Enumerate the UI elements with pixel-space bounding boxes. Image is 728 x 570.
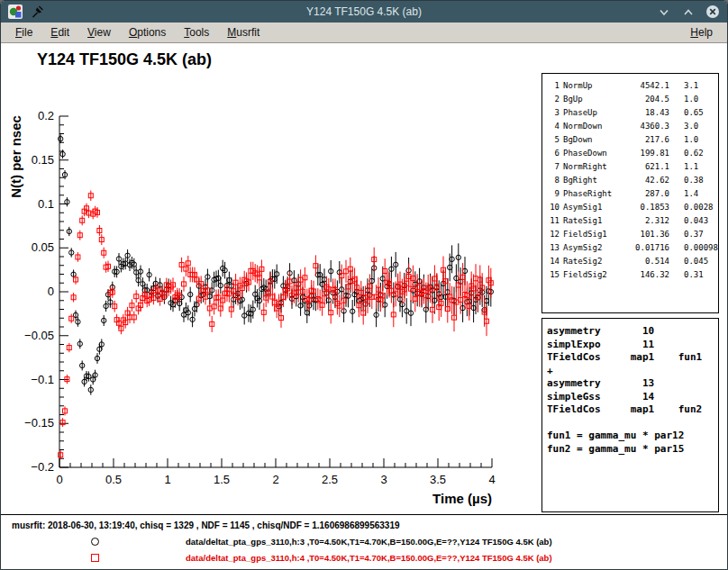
parameter-table: 1NormUp4542.13.12BgUp204.51.03PhaseUp18.… bbox=[541, 73, 719, 313]
svg-text:2.5: 2.5 bbox=[322, 473, 338, 486]
y-axis-title: N(t) per nsec bbox=[8, 115, 23, 198]
plot-title: Y124 TF150G 4.5K (ab) bbox=[37, 50, 212, 69]
param-no: 5 bbox=[547, 133, 560, 147]
param-value: 101.36 bbox=[623, 228, 669, 241]
param-error: 3.0 bbox=[673, 120, 714, 133]
menu-view[interactable]: View bbox=[78, 23, 120, 41]
menu-help[interactable]: Help bbox=[681, 23, 722, 41]
param-value: 146.32 bbox=[623, 268, 669, 282]
menu-options[interactable]: Options bbox=[120, 23, 175, 41]
param-row: 12FieldSig1101.360.37 bbox=[547, 228, 714, 241]
plot-canvas[interactable]: 00.511.522.533.54−0.2−0.15−0.1−0.0500.05… bbox=[1, 71, 519, 514]
minimize-button[interactable] bbox=[656, 4, 672, 20]
titlebar[interactable]: Y124 TF150G 4.5K (ab) bbox=[1, 1, 727, 23]
legend-row: data/deltat_pta_gps_3110,h:4 ,T0=4.50K,T… bbox=[1, 551, 728, 565]
svg-text:1.5: 1.5 bbox=[214, 473, 230, 486]
param-error: 0.38 bbox=[673, 174, 714, 187]
param-value: 287.0 bbox=[623, 187, 669, 201]
menu-file[interactable]: File bbox=[6, 23, 41, 41]
svg-text:0.2: 0.2 bbox=[38, 109, 54, 122]
theory-text: asymmetry 10 simplExpo 11 TFieldCos map1… bbox=[547, 325, 714, 456]
window-controls bbox=[656, 4, 721, 20]
param-row: 3PhaseUp18.430.65 bbox=[547, 106, 714, 120]
param-value: 621.1 bbox=[623, 160, 669, 174]
param-name: NormUp bbox=[563, 79, 619, 93]
param-error: 0.043 bbox=[673, 214, 714, 228]
x-axis-title: Time (µs) bbox=[432, 491, 492, 506]
param-name: BgDown bbox=[563, 133, 619, 147]
param-name: BgRight bbox=[563, 174, 619, 187]
param-value: 2.312 bbox=[623, 214, 669, 228]
param-no: 15 bbox=[547, 268, 560, 282]
svg-text:−0.05: −0.05 bbox=[24, 329, 54, 342]
legend-marker-circle-icon bbox=[91, 538, 99, 546]
pin-icon[interactable] bbox=[29, 5, 44, 20]
svg-text:0: 0 bbox=[48, 285, 54, 298]
svg-text:1: 1 bbox=[164, 473, 170, 486]
param-name: AsymSig2 bbox=[563, 241, 619, 255]
param-value: 4360.3 bbox=[623, 120, 669, 133]
param-no: 11 bbox=[547, 214, 560, 228]
svg-text:3: 3 bbox=[380, 473, 387, 486]
param-error: 0.0028 bbox=[673, 201, 714, 214]
param-no: 14 bbox=[547, 255, 560, 268]
param-error: 1.1 bbox=[673, 160, 714, 174]
svg-text:2: 2 bbox=[272, 473, 278, 486]
svg-text:0: 0 bbox=[56, 473, 62, 486]
param-name: RateSig2 bbox=[563, 255, 619, 268]
param-row: 10AsymSig10.18530.0028 bbox=[547, 201, 714, 214]
theory-block: asymmetry 10 simplExpo 11 TFieldCos map1… bbox=[541, 318, 719, 512]
series-circle-points bbox=[59, 134, 494, 394]
app-icon[interactable] bbox=[7, 5, 23, 20]
param-no: 9 bbox=[547, 187, 560, 201]
param-error: 1.0 bbox=[673, 133, 714, 147]
menu-musrfit[interactable]: Musrfit bbox=[218, 23, 268, 41]
menu-tools[interactable]: Tools bbox=[175, 23, 218, 41]
param-value: 199.81 bbox=[623, 147, 669, 160]
close-button[interactable] bbox=[705, 4, 721, 20]
param-value: 0.01716 bbox=[623, 241, 669, 255]
svg-text:−0.15: −0.15 bbox=[24, 416, 54, 430]
param-error: 3.1 bbox=[673, 79, 714, 93]
fit-info: musrfit: 2018-06-30, 13:19:40, chisq = 1… bbox=[12, 520, 400, 530]
param-name: PhaseRight bbox=[563, 187, 619, 201]
svg-text:4: 4 bbox=[488, 473, 495, 486]
param-row: 5BgDown217.61.0 bbox=[547, 133, 714, 147]
param-row: 13AsymSig20.017160.00098 bbox=[547, 241, 714, 255]
param-no: 1 bbox=[547, 79, 560, 93]
param-error: 0.00098 bbox=[673, 241, 718, 255]
param-name: PhaseUp bbox=[563, 106, 619, 120]
param-row: 11RateSig12.3120.043 bbox=[547, 214, 714, 228]
param-name: NormRight bbox=[563, 160, 619, 174]
menu-edit[interactable]: Edit bbox=[41, 23, 78, 41]
legend-label: data/deltat_pta_gps_3110,h:3 ,T0=4.50K,T… bbox=[186, 537, 552, 547]
param-error: 1.0 bbox=[673, 93, 714, 106]
svg-text:0.5: 0.5 bbox=[105, 473, 122, 486]
legend-row: data/deltat_pta_gps_3110,h:3 ,T0=4.50K,T… bbox=[1, 535, 728, 549]
param-value: 4542.1 bbox=[623, 79, 669, 93]
param-name: BgUp bbox=[563, 93, 619, 106]
param-no: 3 bbox=[547, 106, 560, 120]
svg-text:0.05: 0.05 bbox=[32, 240, 54, 254]
param-value: 42.62 bbox=[623, 174, 669, 187]
param-no: 13 bbox=[547, 241, 560, 255]
param-name: FieldSig1 bbox=[563, 228, 619, 241]
param-value: 18.43 bbox=[623, 106, 669, 120]
maximize-button[interactable] bbox=[680, 4, 696, 20]
param-no: 8 bbox=[547, 174, 560, 187]
param-name: PhaseDown bbox=[563, 147, 619, 160]
param-error: 0.37 bbox=[673, 228, 714, 241]
param-no: 10 bbox=[547, 201, 560, 214]
param-row: 7NormRight621.11.1 bbox=[547, 160, 714, 174]
param-row: 9PhaseRight287.01.4 bbox=[547, 187, 714, 201]
param-row: 1NormUp4542.13.1 bbox=[547, 79, 714, 93]
param-no: 12 bbox=[547, 228, 560, 241]
plot-area: Y124 TF150G 4.5K (ab) 00.511.522.533.54−… bbox=[1, 43, 728, 570]
param-no: 7 bbox=[547, 160, 560, 174]
axes bbox=[59, 116, 492, 467]
legend-label: data/deltat_pta_gps_3110,h:4 ,T0=4.50K,T… bbox=[186, 553, 552, 563]
param-name: RateSig1 bbox=[563, 214, 619, 228]
param-no: 4 bbox=[547, 120, 560, 133]
param-name: NormDown bbox=[563, 120, 619, 133]
param-value: 217.6 bbox=[623, 133, 669, 147]
